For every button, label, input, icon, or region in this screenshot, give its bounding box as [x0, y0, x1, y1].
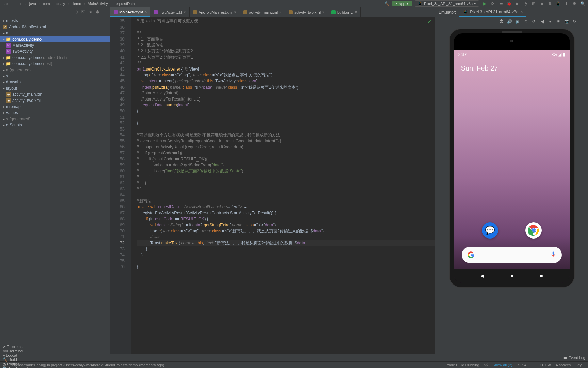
inspection-ok-icon: ✔: [427, 19, 431, 25]
status-icons: 3G ◢ ▮: [551, 52, 565, 57]
status-show-all[interactable]: Show all (2): [493, 363, 512, 367]
event-log-tab[interactable]: ☰ Event Log: [564, 355, 585, 360]
messages-app-icon[interactable]: 💬: [482, 222, 498, 239]
avd-manager-icon[interactable]: 📱: [555, 1, 561, 6]
status-layout[interactable]: Lay…: [575, 363, 585, 367]
rotate-right-icon[interactable]: ⟳: [532, 19, 536, 24]
tree-item[interactable]: ▸ mipmap: [0, 104, 110, 110]
attach-debugger-icon[interactable]: ☰: [498, 1, 504, 6]
screenshot-icon[interactable]: 📷: [564, 19, 569, 24]
editor-tab[interactable]: AndroidManifest.xml×: [190, 7, 240, 17]
apply-changes-icon[interactable]: ⟳: [490, 1, 495, 6]
power-icon[interactable]: ⏻: [499, 19, 504, 24]
back-icon[interactable]: ◀: [540, 19, 544, 24]
line-number-gutter: 3536373839404142434445464748495051525354…: [110, 17, 127, 354]
tree-item[interactable]: ⬘ activity_main.xml: [0, 91, 110, 97]
bottom-tab[interactable]: ≡ Logcat: [3, 353, 33, 357]
status-line-sep[interactable]: LF: [531, 363, 536, 367]
app-inspection-icon[interactable]: ⊞: [531, 1, 536, 6]
phone-speaker: [502, 31, 522, 33]
hide-icon[interactable]: —: [103, 9, 107, 14]
emulator-device-tab[interactable]: 📱 Pixel 3a API 31 arm64-v8a ×: [459, 7, 526, 17]
expand-all-icon[interactable]: ⇱: [81, 9, 85, 14]
stop-icon[interactable]: ■: [539, 1, 544, 6]
nav-back-icon[interactable]: ◀: [480, 273, 484, 278]
home-icon[interactable]: ●: [548, 19, 553, 24]
ide-status-bar: ks: [:app:assembleDebug] in project /Use…: [0, 361, 588, 368]
tree-item[interactable]: ⬘ AndroidManifest.xml: [0, 24, 110, 30]
record-icon[interactable]: ⟳: [572, 19, 577, 24]
editor-tab-bar: MainActivity.kt×TwoActivity.kt×AndroidMa…: [110, 7, 435, 17]
bottom-tab[interactable]: ⌨ Terminal: [3, 349, 33, 353]
sync-icon[interactable]: ⇅: [547, 1, 553, 6]
target-icon[interactable]: ⊙: [74, 9, 78, 14]
status-build: Gradle Build Running: [444, 363, 479, 367]
code-content[interactable]: // 用 kotlin 写点击事件可以更方便 /** * 1、页面跳转 * 2、…: [131, 17, 435, 354]
build-hammer-icon[interactable]: 🔨: [384, 1, 390, 6]
editor-tab[interactable]: MainActivity.kt×: [110, 7, 150, 17]
status-encoding[interactable]: UTF-8: [540, 363, 551, 367]
more-icon[interactable]: ⋮: [581, 19, 585, 24]
phone-screen[interactable]: 2:37 3G ◢ ▮ Sun, Feb 27 💬: [454, 50, 570, 283]
run-config-selector[interactable]: ▸ app ▾: [392, 1, 412, 6]
editor-tab[interactable]: TwoActivity.kt×: [150, 7, 190, 17]
collapse-all-icon[interactable]: ⇲: [88, 9, 92, 14]
tree-item[interactable]: K TwoActivity: [0, 48, 110, 55]
rotate-left-icon[interactable]: ⟲: [523, 19, 528, 24]
status-close-icon[interactable]: ⓧ: [484, 362, 488, 367]
code-editor[interactable]: ✔ 35363738394041424344454647484950515253…: [110, 17, 435, 354]
coverage-icon[interactable]: ▶: [514, 1, 520, 6]
fold-gutter[interactable]: [127, 17, 131, 354]
project-tree[interactable]: ▸ nifests⬘ AndroidManifest.xml▸ a▸ 📁 com…: [0, 16, 110, 354]
nav-overview-icon[interactable]: ■: [540, 273, 543, 278]
bottom-tab[interactable]: ⊘ Problems: [3, 344, 33, 349]
editor-tab[interactable]: activity_main.xml×: [240, 7, 285, 17]
tree-item[interactable]: ▸ a (generated): [0, 67, 110, 73]
tree-item[interactable]: ⬘ activity_two.xml: [0, 97, 110, 104]
tree-item[interactable]: ▸ nifests: [0, 18, 110, 24]
navigation-bar: src›main›java›com›ccaly›demo›MainActivit…: [0, 0, 588, 7]
tree-item[interactable]: ▸ values: [0, 110, 110, 116]
tree-item[interactable]: ▸ 📁 com.ccaly.demo (test): [0, 61, 110, 67]
status-indent[interactable]: 4 spaces: [556, 363, 571, 367]
profiler-icon[interactable]: ◔: [523, 1, 528, 6]
status-cursor-pos[interactable]: 72:94: [517, 363, 527, 367]
tree-item[interactable]: ▸ drawable: [0, 79, 110, 85]
debug-icon[interactable]: 🐞: [506, 1, 512, 6]
tree-item[interactable]: ▸ s: [0, 73, 110, 79]
android-nav-bar: ◀ ● ■: [454, 269, 570, 283]
emulator-label: Emulator:: [439, 10, 456, 15]
phone-camera: [510, 40, 513, 42]
status-time: 2:37: [458, 52, 467, 57]
project-toolbar: ⊙ ⇱ ⇲ ✻ —: [0, 7, 110, 16]
tree-item[interactable]: K MainActivity: [0, 42, 110, 48]
android-status-bar: 2:37 3G ◢ ▮: [454, 50, 570, 58]
google-search-bar[interactable]: [462, 247, 562, 263]
settings-gear-icon[interactable]: ✻: [96, 9, 99, 14]
device-selector[interactable]: 📱 Pixel_3a_API_31_arm64-v8a ▾: [415, 0, 479, 7]
volume-up-icon[interactable]: 🔊: [507, 19, 512, 24]
tree-item[interactable]: ▸ layout: [0, 85, 110, 91]
sdk-manager-icon[interactable]: ⬇: [564, 1, 569, 6]
home-date: Sun, Feb 27: [454, 58, 570, 79]
overview-icon[interactable]: ■: [556, 19, 561, 24]
nav-home-icon[interactable]: ●: [511, 273, 513, 278]
tree-item[interactable]: ▸ a: [0, 30, 110, 36]
bottom-tab[interactable]: 🔨 Build: [3, 357, 33, 362]
settings-icon[interactable]: ⚙: [572, 1, 577, 6]
emulator-toolbar: ⏻ 🔊 🔉 ⟲ ⟳ ◀ ● ■ 📷 ⟳ ⋮: [435, 17, 588, 26]
tree-item[interactable]: ▸ 📁 com.ccaly.demo (androidTest): [0, 55, 110, 61]
tree-item[interactable]: ▸ e Scripts: [0, 122, 110, 128]
emulator-canvas: 2:37 3G ◢ ▮ Sun, Feb 27 💬: [435, 26, 588, 354]
voice-search-icon[interactable]: [550, 251, 556, 259]
phone-frame: 2:37 3G ◢ ▮ Sun, Feb 27 💬: [449, 29, 575, 288]
tree-item[interactable]: ▸ s (generated): [0, 116, 110, 122]
volume-down-icon[interactable]: 🔉: [515, 19, 520, 24]
breadcrumb[interactable]: src›main›java›com›ccaly›demo›MainActivit…: [3, 2, 135, 6]
search-icon[interactable]: 🔍: [580, 1, 585, 6]
chrome-app-icon[interactable]: [525, 222, 542, 239]
editor-tab[interactable]: build.gr…×: [328, 7, 361, 17]
run-icon[interactable]: ▶: [482, 1, 487, 6]
editor-tab[interactable]: activity_two.xml×: [285, 7, 328, 17]
tree-item[interactable]: ▸ 📁 com.ccaly.demo: [0, 36, 110, 42]
